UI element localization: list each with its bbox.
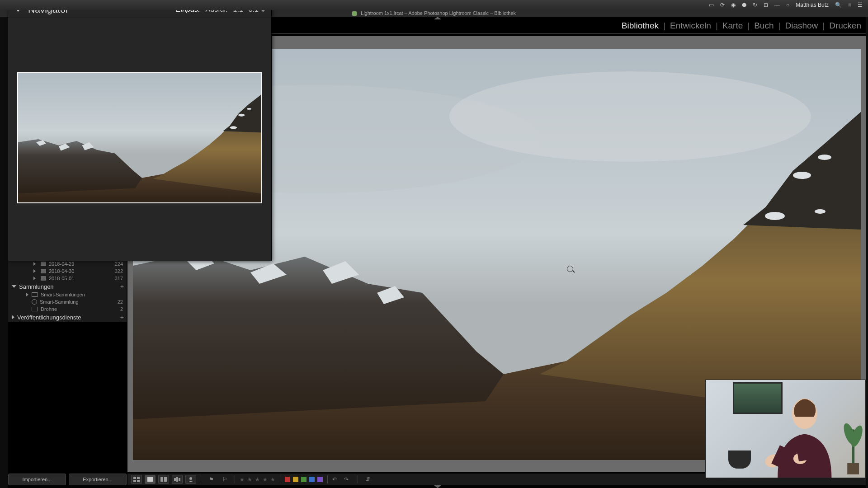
star-rating-5[interactable]: ★: [270, 476, 275, 483]
collection-row[interactable]: Drohne 2: [8, 305, 127, 313]
color-label-yellow[interactable]: [293, 477, 298, 482]
backup-icon[interactable]: ⊡: [764, 2, 768, 8]
collection-name: Smart-Sammlung: [40, 299, 118, 305]
publish-services-header[interactable]: Veröffentlichungsdienste +: [8, 313, 127, 322]
compare-view-button[interactable]: [158, 475, 169, 484]
macos-menubar: ▭ ⟳ ◉ ⬢ ↻ ⊡ — ○ Matthias Butz 🔍 ≡ ☰: [0, 0, 868, 10]
folder-count: 322: [115, 268, 123, 274]
collapse-triangle-icon[interactable]: [12, 285, 16, 288]
color-label-green[interactable]: [301, 477, 307, 482]
add-collection-button[interactable]: +: [120, 283, 124, 290]
svg-point-3: [765, 212, 785, 220]
flag-pick-button[interactable]: ⚑: [206, 475, 217, 484]
collection-row[interactable]: Smart-Sammlungen: [8, 291, 127, 298]
rotate-ccw-button[interactable]: ↶: [332, 476, 341, 483]
people-view-button[interactable]: [185, 475, 196, 484]
control-center-icon[interactable]: ≡: [848, 2, 851, 8]
svg-rect-16: [160, 477, 163, 482]
folder-icon: [41, 276, 46, 281]
svg-point-9: [247, 108, 251, 110]
wifi-icon[interactable]: ◉: [731, 2, 736, 8]
module-sep: |: [663, 21, 665, 31]
collection-count: 22: [118, 299, 123, 305]
desk-cup: [728, 450, 751, 469]
navigator-panel: Navigator Einpas. Ausfül. 1:1 3:1: [8, 1, 272, 261]
tab-karte[interactable]: Karte: [722, 21, 743, 31]
svg-rect-30: [847, 463, 859, 474]
folder-row[interactable]: 2018-04-30 322: [8, 267, 127, 275]
collections-header[interactable]: Sammlungen +: [8, 282, 127, 291]
tab-bibliothek[interactable]: Bibliothek: [622, 21, 659, 31]
rotate-cw-button[interactable]: ↷: [344, 476, 353, 483]
drop-icon[interactable]: ⬢: [742, 2, 746, 8]
import-button[interactable]: Importieren...: [8, 474, 66, 485]
chevron-right-icon[interactable]: [12, 315, 14, 319]
right-edge-strip: [866, 0, 868, 488]
window-title-text: Lightroom 1x1.lrcat – Adobe Photoshop Li…: [361, 10, 516, 16]
dash-icon[interactable]: —: [774, 2, 780, 8]
menu-icon[interactable]: ☰: [858, 2, 863, 8]
module-sep: |: [822, 21, 825, 31]
circle-icon[interactable]: ○: [786, 2, 789, 8]
collections-title: Sammlungen: [19, 283, 54, 290]
collection-name: Drohne: [41, 306, 120, 312]
folder-icon: [41, 262, 46, 266]
add-publish-service-button[interactable]: +: [120, 314, 124, 321]
module-sep: |: [716, 21, 718, 31]
folder-count: 317: [115, 276, 123, 281]
folder-row[interactable]: 2018-04-29 224: [8, 260, 127, 267]
folders-panel: 2018-04-29 224 2018-04-30 322 2018-05-01…: [8, 260, 127, 322]
chevron-right-icon[interactable]: [33, 269, 36, 273]
color-label-red[interactable]: [285, 477, 290, 482]
color-label-purple[interactable]: [317, 477, 323, 482]
svg-rect-14: [137, 480, 140, 482]
loupe-view-button[interactable]: [145, 475, 156, 484]
export-button[interactable]: Exportieren...: [69, 474, 127, 485]
tab-diashow[interactable]: Diashow: [785, 21, 818, 31]
svg-point-1: [793, 172, 811, 179]
chevron-right-icon[interactable]: [33, 262, 36, 266]
chevron-down-icon[interactable]: [261, 10, 265, 12]
toolbar-separator: [327, 475, 328, 483]
color-label-blue[interactable]: [309, 477, 315, 482]
collection-row[interactable]: Smart-Sammlung 22: [8, 298, 127, 305]
star-rating-1[interactable]: ★: [240, 476, 245, 483]
star-rating-3[interactable]: ★: [255, 476, 260, 483]
timemachine-icon[interactable]: ↻: [753, 2, 757, 8]
navigator-preview-image[interactable]: [17, 72, 262, 203]
svg-rect-13: [133, 480, 136, 482]
zoom-cursor-icon: [567, 266, 573, 272]
svg-point-8: [238, 114, 245, 117]
star-rating-2[interactable]: ★: [247, 476, 252, 483]
sync-icon[interactable]: ⟳: [720, 2, 725, 8]
svg-rect-17: [164, 477, 167, 482]
display-icon[interactable]: ▭: [709, 2, 714, 8]
svg-rect-11: [133, 477, 136, 479]
folder-name: 2018-05-01: [49, 276, 115, 281]
svg-point-4: [815, 209, 826, 214]
module-sep: |: [778, 21, 781, 31]
collection-icon: [32, 307, 38, 311]
module-picker: Bibliothek | Entwickeln | Karte | Buch |…: [271, 18, 866, 34]
tab-buch[interactable]: Buch: [754, 21, 774, 31]
folder-name: 2018-04-30: [49, 268, 115, 274]
tab-entwickeln[interactable]: Entwickeln: [670, 21, 711, 31]
survey-view-button[interactable]: [172, 475, 183, 484]
svg-point-10: [230, 126, 237, 129]
smart-collection-icon: [32, 299, 37, 305]
svg-rect-12: [137, 477, 140, 479]
menubar-username[interactable]: Matthias Butz: [796, 2, 829, 8]
grid-view-button[interactable]: [131, 475, 142, 484]
sync-metadata-button[interactable]: ⇵: [363, 475, 373, 484]
svg-point-2: [818, 155, 831, 160]
spotlight-icon[interactable]: 🔍: [835, 2, 842, 8]
filmstrip-expand-handle[interactable]: [434, 485, 441, 488]
chevron-right-icon[interactable]: [26, 293, 28, 296]
flag-reject-button[interactable]: ⚐: [219, 475, 230, 484]
tab-drucken[interactable]: Drucken: [829, 21, 861, 31]
folder-row[interactable]: 2018-05-01 317: [8, 275, 127, 282]
toolbar-separator: [280, 475, 280, 483]
folder-count: 224: [115, 261, 123, 267]
star-rating-4[interactable]: ★: [263, 476, 268, 483]
chevron-right-icon[interactable]: [33, 277, 36, 280]
